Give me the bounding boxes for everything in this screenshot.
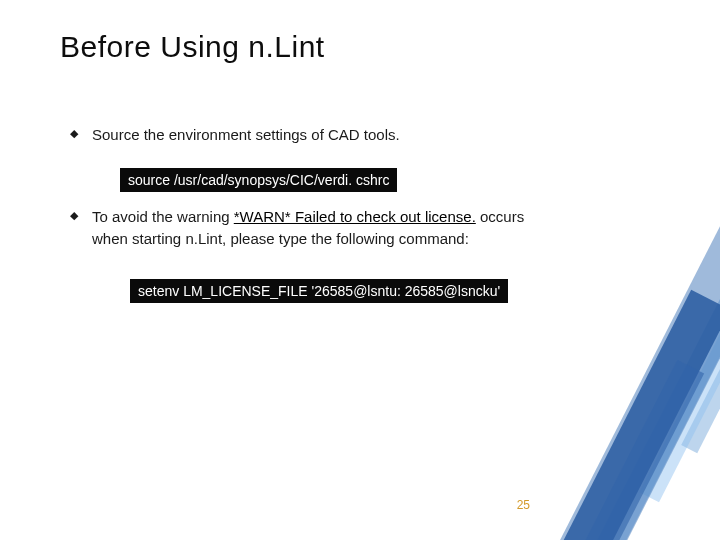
decorative-bands xyxy=(420,0,720,540)
slide-title: Before Using n.Lint xyxy=(60,30,670,64)
code-box-source: source /usr/cad/synopsys/CIC/verdi. cshr… xyxy=(120,168,397,192)
bullet-text-pre: To avoid the warning xyxy=(92,208,234,225)
bullet-list: Source the environment settings of CAD t… xyxy=(70,124,670,146)
warning-text: *WARN* Failed to check out license. xyxy=(234,208,476,225)
page-number: 25 xyxy=(517,498,530,512)
bullet-text: Source the environment settings of CAD t… xyxy=(92,126,400,143)
bullet-item: Source the environment settings of CAD t… xyxy=(70,124,552,146)
bullet-item: To avoid the warning *WARN* Failed to ch… xyxy=(70,206,552,250)
bullet-list: To avoid the warning *WARN* Failed to ch… xyxy=(70,206,670,250)
slide: Before Using n.Lint Source the environme… xyxy=(0,0,720,540)
code-box-setenv: setenv LM_LICENSE_FILE '26585@lsntu: 265… xyxy=(130,279,508,303)
